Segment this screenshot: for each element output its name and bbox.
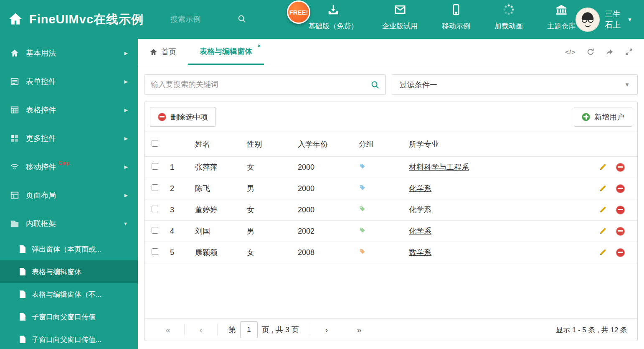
sidebar-subitem-grid-edit-window-2[interactable]: 表格与编辑窗体（不...	[0, 283, 138, 306]
delete-row-icon[interactable]	[616, 206, 625, 214]
keyword-search-input[interactable]	[151, 80, 370, 89]
sidebar-item-label: 基本用法	[26, 48, 56, 58]
sidebar-subitem-label: 子窗口向父窗口传值	[32, 312, 96, 322]
sidebar-item-page-layout[interactable]: 页面布局 ▶	[0, 181, 138, 209]
header-search-input[interactable]	[170, 15, 237, 24]
nav-enterprise-trial[interactable]: 企业版试用	[382, 3, 418, 31]
table-row: 4 刘国 男 2002 化学系	[145, 221, 637, 242]
row-index: 4	[167, 221, 192, 242]
cell-year: 2002	[294, 221, 355, 242]
major-link[interactable]: 数学系	[409, 248, 431, 257]
tab-toolbar: </>	[565, 39, 644, 65]
tab-grid-edit-window[interactable]: 表格与编辑窗体 ×	[188, 39, 264, 65]
table-icon	[10, 105, 19, 115]
fullscreen-icon[interactable]	[625, 48, 633, 56]
row-checkbox[interactable]	[152, 184, 158, 191]
filter-dropdown[interactable]: 过滤条件一 ▼	[392, 74, 638, 95]
download-icon	[327, 3, 340, 18]
major-link[interactable]: 材料科学与工程系	[409, 163, 469, 171]
edit-icon[interactable]	[598, 248, 607, 257]
sidebar-subitem-child-to-parent-2[interactable]: 子窗口向父窗口传值...	[0, 328, 138, 349]
major-link[interactable]: 化学系	[409, 206, 431, 214]
delete-row-icon[interactable]	[616, 184, 625, 193]
tab-home[interactable]: 首页	[138, 39, 188, 65]
edit-icon[interactable]	[598, 206, 607, 214]
cell-gender: 女	[243, 157, 294, 178]
major-link[interactable]: 化学系	[409, 184, 431, 193]
free-badge: FREE!	[287, 0, 310, 24]
close-icon[interactable]: ×	[257, 43, 261, 49]
home-icon	[10, 48, 19, 58]
envelope-icon	[394, 3, 406, 18]
sidebar-subitem-grid-edit-window[interactable]: 表格与编辑窗体	[0, 260, 138, 283]
nav-basic-free[interactable]: 基础版（免费）	[308, 3, 358, 31]
sidebar-item-grid-controls[interactable]: 表格控件 ▶	[0, 96, 138, 124]
nav-label: 企业版试用	[382, 21, 418, 31]
search-icon[interactable]	[370, 80, 380, 89]
row-checkbox[interactable]	[152, 227, 158, 234]
frame-icon	[10, 219, 19, 228]
user-menu[interactable]: 三生石上 ▼	[576, 8, 644, 32]
sidebar-subitem-popup-window[interactable]: 弹出窗体（本页面或...	[0, 238, 138, 260]
delete-selected-button[interactable]: 删除选中项	[150, 107, 216, 127]
nav-loading-anim[interactable]: 加载动画	[494, 3, 523, 31]
add-user-button[interactable]: 新增用户	[574, 107, 632, 127]
home-icon[interactable]	[8, 12, 23, 28]
filter-row: 过滤条件一 ▼	[138, 65, 644, 95]
sidebar-subitem-label: 表格与编辑窗体	[32, 267, 81, 277]
pagination-next[interactable]: ›	[310, 325, 343, 335]
user-name: 三生石上	[605, 9, 621, 31]
tag-icon	[359, 184, 366, 191]
filter-selected-value: 过滤条件一	[400, 80, 437, 90]
form-icon	[10, 77, 19, 86]
col-gender: 性别	[243, 132, 294, 157]
edit-icon[interactable]	[598, 227, 607, 235]
corp-badge: Corp.	[58, 160, 71, 166]
pagination-first[interactable]: «	[152, 325, 184, 335]
row-checkbox[interactable]	[152, 206, 158, 212]
nav-mobile-demo[interactable]: 移动示例	[442, 3, 470, 31]
avatar	[576, 8, 600, 32]
chevron-down-icon: ▼	[123, 221, 128, 226]
file-icon	[19, 290, 26, 298]
nav-theme-repo[interactable]: 主题仓库	[547, 3, 576, 31]
pagination-prev[interactable]: ‹	[185, 325, 217, 335]
select-all-checkbox[interactable]	[152, 140, 158, 147]
sidebar-item-more-controls[interactable]: 更多控件 ▶	[0, 124, 138, 153]
widgets-icon	[10, 134, 19, 143]
search-icon[interactable]	[237, 14, 246, 25]
edit-icon[interactable]	[598, 163, 607, 171]
open-in-new-icon[interactable]	[606, 48, 614, 56]
page-label-prefix: 第	[228, 325, 236, 335]
sidebar-subitem-child-to-parent[interactable]: 子窗口向父窗口传值	[0, 306, 138, 328]
refresh-icon[interactable]	[586, 48, 595, 56]
row-checkbox[interactable]	[152, 163, 158, 170]
sidebar-item-inline-frame[interactable]: 内联框架 ▼	[0, 209, 138, 238]
source-code-icon[interactable]: </>	[565, 48, 576, 56]
plus-circle-icon	[582, 113, 590, 121]
tab-label: 表格与编辑窗体	[200, 46, 252, 56]
sidebar-item-basic-usage[interactable]: 基本用法 ▶	[0, 39, 138, 67]
cell-name: 陈飞	[192, 178, 243, 199]
col-index	[167, 132, 192, 157]
tag-icon	[359, 163, 366, 170]
row-checkbox[interactable]	[152, 248, 158, 255]
pagination-last[interactable]: »	[343, 325, 375, 335]
brand: FineUIMvc在线示例	[0, 11, 170, 28]
bank-icon	[555, 3, 568, 18]
col-actions	[588, 132, 637, 157]
page-number-input[interactable]	[240, 321, 258, 338]
header-nav: 基础版（免费） 企业版试用 移动示例 加载动画 主题仓库	[308, 3, 576, 36]
delete-row-icon[interactable]	[616, 227, 625, 236]
sidebar-item-mobile-controls[interactable]: 移动控件 Corp. ▶	[0, 153, 138, 181]
cell-year: 2000	[294, 157, 355, 178]
app-title: FineUIMvc在线示例	[29, 11, 144, 28]
row-index: 2	[167, 178, 192, 199]
major-link[interactable]: 化学系	[409, 227, 431, 235]
delete-row-icon[interactable]	[616, 248, 625, 257]
delete-row-icon[interactable]	[616, 163, 625, 172]
edit-icon[interactable]	[598, 184, 607, 193]
sidebar-item-form-controls[interactable]: 表单控件 ▶	[0, 67, 138, 96]
sidebar-subitem-label: 弹出窗体（本页面或...	[32, 245, 101, 254]
sidebar-item-label: 表格控件	[26, 105, 56, 115]
